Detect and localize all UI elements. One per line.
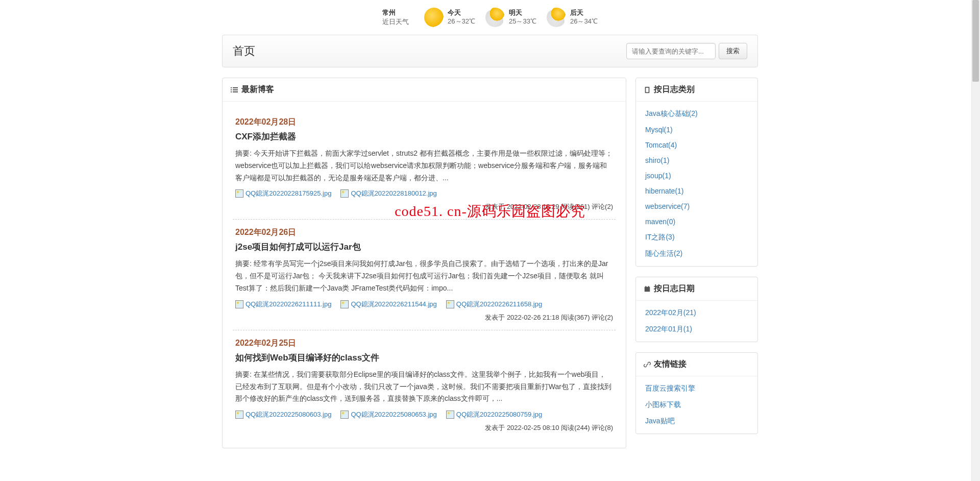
category-item-link[interactable]: hibernate(1) bbox=[645, 187, 684, 195]
broken-image-name: QQ鎴浘20220226211658.jpg bbox=[456, 300, 542, 309]
broken-image-name: QQ鎴浘20220225080759.jpg bbox=[456, 410, 542, 419]
post-meta: 发表于 2022-02-28 18:29 阅读(261) 评论(2) bbox=[235, 202, 613, 211]
date-item: 2022年02月(21) bbox=[636, 305, 757, 321]
search-input[interactable] bbox=[626, 43, 716, 59]
list-icon bbox=[230, 86, 238, 94]
category-item-link[interactable]: jsoup(1) bbox=[645, 172, 671, 180]
broken-image-name: QQ鎴浘20220225080603.jpg bbox=[246, 410, 331, 419]
category-item-link[interactable]: maven(0) bbox=[645, 218, 675, 226]
links-title: 友情链接 bbox=[654, 359, 687, 370]
page-header: 首页 搜索 bbox=[222, 35, 758, 67]
category-item: Java核心基础(2) bbox=[636, 106, 757, 122]
friend-link-item: 百度云搜索引擎 bbox=[636, 380, 757, 397]
category-item: maven(0) bbox=[636, 214, 757, 229]
post-title-link[interactable]: j2se项目如何打成可以运行Jar包 bbox=[235, 242, 361, 252]
post-title-link[interactable]: 如何找到Web项目编译好的class文件 bbox=[235, 353, 379, 363]
post-images: QQ鎴浘20220225080603.jpgQQ鎴浘20220225080653… bbox=[235, 410, 613, 419]
category-item: jsoup(1) bbox=[636, 168, 757, 183]
post-title-link[interactable]: CXF添加拦截器 bbox=[235, 132, 296, 141]
categories-title: 按日志类别 bbox=[654, 84, 695, 95]
category-item-link[interactable]: shiro(1) bbox=[645, 156, 669, 164]
broken-image-link[interactable]: QQ鎴浘20220226211658.jpg bbox=[446, 300, 542, 309]
broken-image-icon bbox=[235, 300, 243, 308]
post-meta: 发表于 2022-02-26 21:18 阅读(367) 评论(2) bbox=[235, 313, 613, 322]
weather-day-after: 后天 26～34℃ bbox=[547, 8, 598, 27]
category-item: Tomcat(4) bbox=[636, 137, 757, 153]
partly-cloudy-icon bbox=[547, 8, 566, 27]
blog-post: 2022年02月25日如何找到Web项目编译好的class文件摘要: 在某些情况… bbox=[233, 330, 616, 440]
category-item-link[interactable]: Tomcat(4) bbox=[645, 141, 677, 149]
date-item-link[interactable]: 2022年01月(1) bbox=[645, 325, 692, 333]
weather-bar: 常州 近日天气 今天 26～32℃ 明天 25～33℃ 后天 26～34℃ bbox=[222, 0, 758, 35]
friend-link-item-link[interactable]: Java贴吧 bbox=[645, 417, 675, 425]
broken-image-icon bbox=[446, 300, 454, 308]
weather-day-today: 今天 26～32℃ bbox=[424, 8, 475, 27]
weather-day-temp: 26～34℃ bbox=[570, 17, 598, 26]
weather-day-temp: 26～32℃ bbox=[448, 17, 475, 26]
category-item-link[interactable]: Mysql(1) bbox=[645, 126, 673, 134]
post-date: 2022年02月28日 bbox=[235, 117, 613, 128]
category-item: shiro(1) bbox=[636, 153, 757, 168]
broken-image-icon bbox=[235, 411, 243, 419]
blog-post: 2022年02月28日CXF添加拦截器摘要: 今天开始讲下拦截器，前面大家学过s… bbox=[233, 109, 616, 220]
broken-image-name: QQ鎴浘20220226211111.jpg bbox=[246, 300, 331, 309]
broken-image-icon bbox=[340, 411, 349, 419]
friend-link-item-link[interactable]: 百度云搜索引擎 bbox=[645, 384, 695, 392]
broken-image-name: QQ鎴浘20220228175925.jpg bbox=[246, 189, 331, 198]
weather-day-label: 后天 bbox=[570, 9, 598, 17]
broken-image-name: QQ鎴浘20220225080653.jpg bbox=[351, 410, 436, 419]
broken-image-icon bbox=[235, 189, 243, 198]
date-item-link[interactable]: 2022年02月(21) bbox=[645, 308, 696, 317]
latest-blogs-panel: 最新博客 2022年02月28日CXF添加拦截器摘要: 今天开始讲下拦截器，前面… bbox=[222, 78, 626, 448]
friend-link-item: 小图标下载 bbox=[636, 397, 757, 413]
sunny-icon bbox=[424, 8, 444, 27]
friend-link-item-link[interactable]: 小图标下载 bbox=[645, 400, 681, 408]
broken-image-link[interactable]: QQ鎴浘20220225080603.jpg bbox=[235, 410, 331, 419]
post-date: 2022年02月25日 bbox=[235, 338, 613, 349]
dates-panel: 按日志日期 2022年02月(21)2022年01月(1) bbox=[635, 277, 758, 342]
post-summary: 摘要: 经常有学员写完一个j2se项目来问我如何打成Jar包，很多学员自己摸索了… bbox=[235, 258, 613, 294]
broken-image-link[interactable]: QQ鎴浘20220226211544.jpg bbox=[340, 300, 436, 309]
category-item-link[interactable]: 随心生活(2) bbox=[645, 249, 682, 257]
broken-image-link[interactable]: QQ鎴浘20220228180012.jpg bbox=[340, 189, 436, 198]
broken-image-link[interactable]: QQ鎴浘20220226211111.jpg bbox=[235, 300, 331, 309]
latest-blogs-title: 最新博客 bbox=[241, 84, 274, 95]
post-images: QQ鎴浘20220226211111.jpgQQ鎴浘20220226211544… bbox=[235, 300, 613, 309]
broken-image-icon bbox=[446, 411, 454, 419]
category-item: 随心生活(2) bbox=[636, 246, 757, 262]
post-summary: 摘要: 今天开始讲下拦截器，前面大家学过servlet，struts2 都有拦截… bbox=[235, 148, 613, 184]
search-button[interactable]: 搜索 bbox=[719, 43, 747, 59]
weather-subtitle: 近日天气 bbox=[382, 17, 409, 27]
weather-day-tomorrow: 明天 25～33℃ bbox=[485, 8, 536, 27]
scrollbar-thumb[interactable] bbox=[972, 0, 979, 82]
blog-post: 2022年02月26日j2se项目如何打成可以运行Jar包摘要: 经常有学员写完… bbox=[233, 220, 616, 330]
weather-day-label: 明天 bbox=[509, 9, 536, 17]
category-item: Mysql(1) bbox=[636, 122, 757, 137]
category-item: webservice(7) bbox=[636, 199, 757, 214]
calendar-icon bbox=[644, 285, 651, 293]
category-item-link[interactable]: webservice(7) bbox=[645, 202, 690, 210]
clipboard-icon bbox=[644, 86, 651, 93]
weather-city: 常州 bbox=[382, 8, 409, 17]
date-item: 2022年01月(1) bbox=[636, 321, 757, 338]
dates-title: 按日志日期 bbox=[654, 283, 695, 294]
broken-image-name: QQ鎴浘20220228180012.jpg bbox=[351, 189, 436, 198]
broken-image-icon bbox=[340, 300, 349, 308]
category-item-link[interactable]: Java核心基础(2) bbox=[645, 109, 698, 117]
broken-image-link[interactable]: QQ鎴浘20220228175925.jpg bbox=[235, 189, 331, 198]
category-item-link[interactable]: IT之路(3) bbox=[645, 233, 675, 241]
broken-image-link[interactable]: QQ鎴浘20220225080759.jpg bbox=[446, 410, 542, 419]
weather-day-label: 今天 bbox=[448, 9, 475, 17]
category-item: IT之路(3) bbox=[636, 229, 757, 246]
broken-image-link[interactable]: QQ鎴浘20220225080653.jpg bbox=[340, 410, 436, 419]
categories-panel: 按日志类别 Java核心基础(2)Mysql(1)Tomcat(4)shiro(… bbox=[635, 78, 758, 267]
weather-day-temp: 25～33℃ bbox=[509, 17, 536, 26]
post-date: 2022年02月26日 bbox=[235, 227, 613, 238]
broken-image-name: QQ鎴浘20220226211544.jpg bbox=[351, 300, 436, 309]
post-summary: 摘要: 在某些情况，我们需要获取部分Eclipse里的项目编译好的class文件… bbox=[235, 369, 613, 405]
link-icon bbox=[644, 361, 651, 368]
post-images: QQ鎴浘20220228175925.jpgQQ鎴浘20220228180012… bbox=[235, 189, 613, 198]
links-panel: 友情链接 百度云搜索引擎小图标下载Java贴吧 bbox=[635, 352, 758, 434]
partly-cloudy-icon bbox=[485, 8, 505, 27]
scrollbar-track[interactable] bbox=[971, 0, 980, 459]
